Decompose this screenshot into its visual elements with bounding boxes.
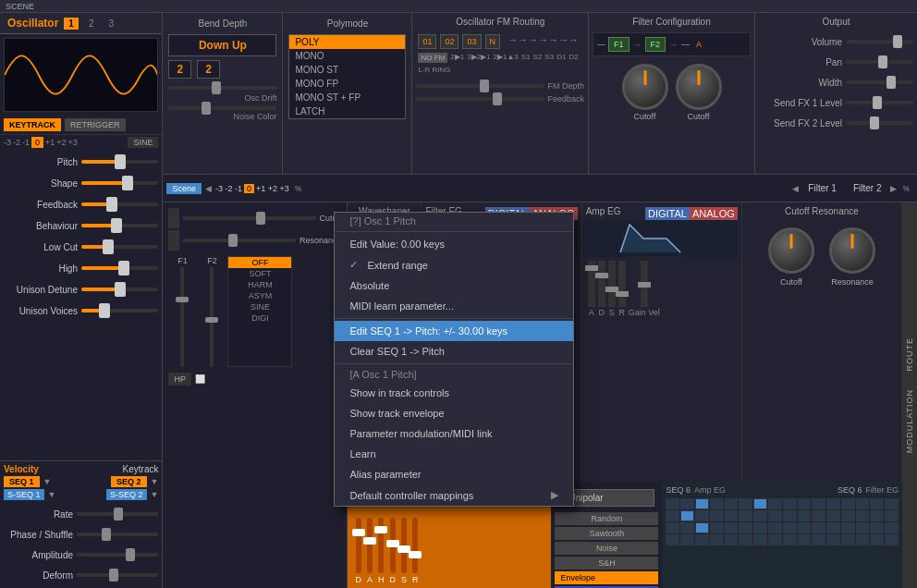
bend-down[interactable]: 2 bbox=[168, 60, 191, 79]
sine-label[interactable]: SINE bbox=[128, 137, 158, 148]
amp-eg-analog[interactable]: ANALOG bbox=[690, 207, 738, 220]
seq-cell[interactable] bbox=[798, 498, 812, 509]
ctx-param-mod[interactable]: Parameter modulation/MIDI link bbox=[335, 423, 573, 444]
seq-cell[interactable] bbox=[753, 534, 767, 545]
lfo-eg-d2-track[interactable] bbox=[390, 518, 396, 573]
seq-cell[interactable] bbox=[885, 522, 899, 533]
ctx-default-mappings[interactable]: Default controller mappings ▶ bbox=[335, 484, 573, 506]
send-fx2-slider[interactable] bbox=[846, 121, 913, 125]
fm-2to1up3[interactable]: 2▶1▲3 bbox=[494, 53, 519, 63]
ctx-absolute[interactable]: Absolute bbox=[335, 276, 573, 296]
seq-cell[interactable] bbox=[885, 498, 899, 509]
seq-cell[interactable] bbox=[783, 522, 797, 533]
keytrack-button[interactable]: KEYTRACK bbox=[4, 118, 61, 131]
ctx-edit-value[interactable]: Edit Value: 0.00 keys bbox=[335, 234, 573, 254]
ws-soft[interactable]: SOFT bbox=[228, 268, 291, 279]
seq1-button[interactable]: SEQ 1 bbox=[4, 476, 40, 487]
fm-nofm[interactable]: NO FM bbox=[418, 53, 447, 63]
seq-cell[interactable] bbox=[739, 498, 752, 509]
ws-asym[interactable]: ASYM bbox=[228, 290, 291, 301]
cutoff-scroll[interactable] bbox=[168, 208, 179, 228]
osc-num-3[interactable]: 3 bbox=[104, 18, 118, 30]
seq-cell[interactable] bbox=[870, 534, 884, 545]
seq-cell[interactable] bbox=[812, 522, 825, 533]
filter-f1[interactable]: F1 bbox=[608, 37, 630, 52]
seq-cell[interactable] bbox=[812, 534, 825, 545]
ctx-show-track[interactable]: Show in track controls bbox=[335, 383, 573, 403]
seq-cell[interactable] bbox=[885, 510, 899, 521]
lfo-eg-d-track[interactable] bbox=[356, 518, 361, 573]
seq-cell[interactable] bbox=[826, 510, 840, 521]
fm-node-01[interactable]: 01 bbox=[418, 34, 436, 49]
lfo-eg-r-track[interactable] bbox=[412, 518, 418, 573]
filter-0-active[interactable]: 0 bbox=[244, 184, 254, 193]
ctx-show-envelope[interactable]: Show track envelope bbox=[335, 403, 573, 423]
sawtooth-button[interactable]: Sawtooth bbox=[555, 527, 658, 540]
modulation-label[interactable]: MODULATION bbox=[905, 389, 914, 453]
seq-cell[interactable] bbox=[841, 522, 855, 533]
seq-cell[interactable] bbox=[739, 510, 752, 521]
pitch-minus1[interactable]: -1 bbox=[22, 138, 30, 147]
polymode-mono-fp[interactable]: MONO FP bbox=[289, 77, 405, 91]
seq-cell[interactable] bbox=[856, 510, 870, 521]
shape-slider[interactable] bbox=[81, 181, 158, 185]
high-cut-slider[interactable] bbox=[81, 266, 158, 270]
ctx-learn[interactable]: Learn bbox=[335, 444, 573, 464]
fm-3to2to1[interactable]: 3▶2▶1 bbox=[467, 53, 490, 63]
amp-eg-a-slider[interactable] bbox=[588, 261, 595, 307]
fm-s3[interactable]: S3 bbox=[544, 53, 554, 63]
fm-s1[interactable]: S1 bbox=[521, 53, 531, 63]
seq-cell[interactable] bbox=[768, 498, 782, 509]
seq-cell[interactable] bbox=[870, 522, 884, 533]
filter1-nav[interactable]: ◀ bbox=[792, 184, 799, 193]
seq-cell[interactable] bbox=[695, 498, 709, 509]
seq-cell[interactable] bbox=[695, 522, 709, 533]
seq-cell[interactable] bbox=[856, 534, 870, 545]
amp-gain-vel-slider[interactable] bbox=[641, 261, 648, 307]
filter2-nav[interactable]: ▶ bbox=[890, 184, 897, 193]
fm-node-02[interactable]: 02 bbox=[440, 34, 458, 49]
deform-slider[interactable] bbox=[77, 573, 158, 577]
seq-cell[interactable] bbox=[666, 510, 679, 521]
noise-button[interactable]: Noise bbox=[555, 542, 658, 555]
fm-s2[interactable]: S2 bbox=[533, 53, 543, 63]
seq-cell[interactable] bbox=[856, 498, 870, 509]
amp-eg-s-slider[interactable] bbox=[608, 261, 616, 307]
seq-cell[interactable] bbox=[725, 510, 739, 521]
fm-node-03[interactable]: 03 bbox=[462, 34, 481, 49]
seq-cell[interactable] bbox=[666, 498, 679, 509]
retrigger-button[interactable]: RETRIGGER bbox=[65, 118, 126, 131]
seq-cell[interactable] bbox=[739, 534, 752, 545]
seq-cell[interactable] bbox=[826, 522, 840, 533]
width-slider[interactable] bbox=[846, 80, 913, 84]
seq-cell[interactable] bbox=[812, 498, 825, 509]
ctx-midi-learn[interactable]: MIDI learn parameter... bbox=[335, 296, 573, 316]
volume-slider[interactable] bbox=[846, 40, 913, 43]
seq-cell[interactable] bbox=[783, 534, 797, 545]
seq-cell[interactable] bbox=[812, 510, 825, 521]
lfo-eg-h-track[interactable] bbox=[378, 518, 384, 573]
fm-depth-slider[interactable] bbox=[416, 84, 544, 88]
hp-button[interactable]: HP bbox=[168, 373, 191, 386]
fm-d2[interactable]: D2 bbox=[569, 53, 578, 63]
filter1-cutoff-knob[interactable] bbox=[622, 64, 668, 110]
lfo-eg-s-track[interactable] bbox=[401, 518, 407, 573]
seq-cell[interactable] bbox=[710, 522, 724, 533]
envelope-button[interactable]: Envelope bbox=[555, 571, 658, 584]
seq-cell[interactable] bbox=[753, 498, 767, 509]
seq-cell[interactable] bbox=[680, 498, 694, 509]
f2-slider[interactable] bbox=[210, 267, 214, 367]
seq-cell[interactable] bbox=[856, 522, 870, 533]
pitch-plus1[interactable]: +1 bbox=[45, 138, 55, 147]
seq-cell[interactable] bbox=[680, 510, 694, 521]
amplitude-slider[interactable] bbox=[77, 553, 158, 557]
seq-cell[interactable] bbox=[841, 534, 855, 545]
seq-cell[interactable] bbox=[826, 498, 840, 509]
seq-cell[interactable] bbox=[695, 510, 709, 521]
scene-button[interactable]: Scene bbox=[166, 183, 202, 194]
fm-2to1[interactable]: 2▶1 bbox=[450, 53, 464, 63]
seq-cell[interactable] bbox=[753, 510, 767, 521]
sh-button[interactable]: S&H bbox=[555, 557, 658, 570]
pitch-plus3[interactable]: +3 bbox=[68, 138, 78, 147]
fm-node-n[interactable]: N bbox=[485, 34, 501, 49]
